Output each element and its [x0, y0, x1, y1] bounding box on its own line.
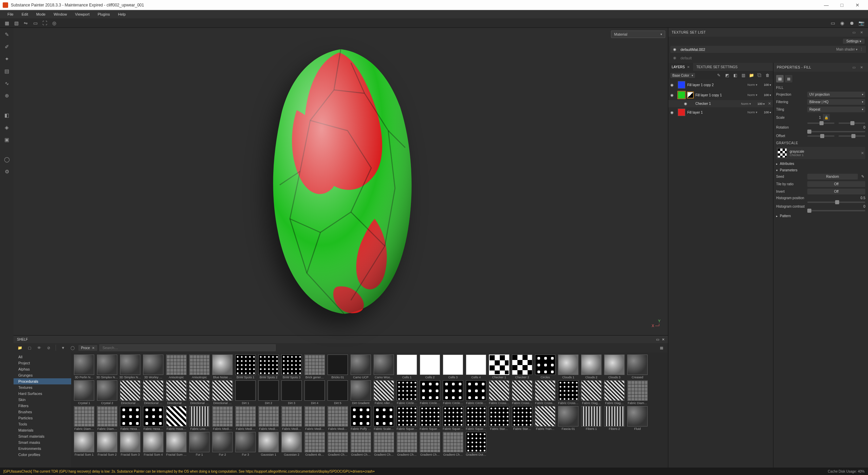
shelf-thumb[interactable]: Fabric Tran…	[534, 406, 556, 431]
shelf-thumb[interactable]: Fabric Aller…	[373, 380, 395, 405]
shelf-close-icon[interactable]: ✕	[662, 338, 665, 341]
shelf-thumb[interactable]: Fabric Cross…	[488, 380, 510, 405]
shelf-thumb[interactable]: Gradient Ch…	[419, 432, 441, 456]
shelf-category-item[interactable]: Grunges	[14, 372, 71, 378]
view-grid-icon[interactable]: ▧	[12, 19, 20, 27]
tilebyratio-toggle[interactable]: Off	[807, 181, 865, 187]
shelf-grid-icon[interactable]: ▦	[658, 344, 665, 352]
pattern-collapse[interactable]: Pattern	[776, 214, 865, 218]
settings-icon[interactable]: ⚙	[2, 167, 12, 176]
eye-icon[interactable]: ◉	[673, 47, 678, 52]
shelf-undock-icon[interactable]: ▭	[656, 338, 659, 341]
shelf-thumb[interactable]: Checker 2	[511, 355, 533, 379]
props-mode-material-icon[interactable]: ▤	[776, 75, 784, 82]
shelf-thumb[interactable]: Fabric Cross…	[534, 380, 556, 405]
tsl-undock-icon[interactable]: ▭	[851, 29, 857, 35]
baking-icon[interactable]: ◎	[50, 19, 58, 27]
rotation-slider[interactable]	[807, 131, 865, 132]
shelf-category-item[interactable]: Procedurals	[14, 378, 71, 384]
layer-item[interactable]: ◉Fill layer 1 copy 1Norm ▾100	[668, 90, 773, 100]
shelf-thumb[interactable]: Gaussian 2	[281, 432, 302, 456]
shelf-thumb[interactable]: Fabric Diam…	[627, 380, 648, 405]
histcon-slider[interactable]	[807, 210, 865, 211]
shelf-thumb[interactable]: Bricks 01	[327, 355, 349, 379]
tab-layers[interactable]: LAYERS✕	[668, 63, 693, 71]
layer-eye-icon[interactable]: ◉	[670, 93, 676, 97]
tab-layers-close-icon[interactable]: ✕	[687, 65, 690, 69]
layer-mask-icon[interactable]	[687, 92, 693, 98]
grayscale-slot[interactable]: grayscale Checker 1 ✕	[776, 147, 865, 159]
parameters-collapse[interactable]: Parameters	[776, 168, 865, 172]
shelf-thumb[interactable]: Fabric Squar…	[442, 406, 464, 431]
layer-eye-icon[interactable]: ◉	[670, 110, 676, 115]
shelf-thumb[interactable]: Directional …	[165, 380, 187, 405]
shelf-filter-icon[interactable]: ▼	[59, 344, 67, 352]
shelf-thumb[interactable]: BnW Spots 1	[235, 355, 256, 379]
shelf-thumb[interactable]: Fabric Hexa…	[119, 406, 141, 431]
menu-help[interactable]: Help	[114, 12, 130, 16]
fit-icon[interactable]: ⛶	[41, 19, 49, 27]
scale-value[interactable]: 1	[807, 116, 821, 119]
histcon-value[interactable]: 0	[852, 205, 865, 208]
scale-x-slider[interactable]	[807, 122, 834, 124]
shelf-thumb[interactable]: Fur 2	[212, 432, 233, 456]
shelf-thumb[interactable]: Fabric Medi…	[258, 406, 279, 431]
shelf-thumb[interactable]: Anisotropic	[189, 355, 210, 379]
layer-folder-icon[interactable]: 📁	[748, 72, 755, 79]
shelf-thumb[interactable]: 3D Perlin N…	[73, 355, 95, 379]
shelf-thumb[interactable]: Fractal Sum 1	[73, 432, 95, 456]
shelf-filter-pill[interactable]: Proce ✕	[78, 345, 97, 351]
shelf-thumb[interactable]: Fabric Hexa…	[142, 406, 164, 431]
layer-swatch-icon[interactable]	[678, 81, 685, 89]
shelf-category-item[interactable]: Alphas	[14, 366, 71, 372]
shelf-folder-icon[interactable]: 📁	[16, 344, 24, 352]
shelf-thumb[interactable]: Directional …	[119, 380, 141, 405]
shelf-thumb[interactable]: Crystal 2	[96, 380, 118, 405]
shelf-thumb[interactable]: Directional …	[212, 380, 233, 405]
viewport-3d[interactable]: Material	[14, 28, 668, 335]
shelf-thumb[interactable]: Fabric Line…	[189, 406, 210, 431]
shelf-thumb[interactable]: Cells 1	[396, 355, 418, 379]
shelf-thumb[interactable]: Dirt 3	[281, 380, 302, 405]
shelf-thumb[interactable]: Cells 3	[442, 355, 464, 379]
props-mode-grayscale-icon[interactable]: ▦	[785, 75, 792, 82]
shelf-thumb[interactable]: Fabric Hous…	[165, 406, 187, 431]
shelf-category-item[interactable]: Materials	[14, 427, 71, 433]
shelf-category-item[interactable]: Environments	[14, 445, 71, 452]
shelf-category-item[interactable]: Skin	[14, 397, 71, 403]
layer-opacity[interactable]: 100	[753, 102, 765, 106]
shelf-thumb[interactable]: Fabric Medi…	[281, 406, 302, 431]
tsl-close-icon[interactable]: ✕	[859, 29, 865, 35]
layer-effect-icon[interactable]: ✎	[715, 72, 722, 79]
shelf-thumb[interactable]: Checker 1	[488, 355, 510, 379]
shelf-thumb[interactable]: BnW Spots 3	[281, 355, 302, 379]
shelf-category-item[interactable]: Hard Surfaces	[14, 391, 71, 397]
shelf-thumb[interactable]: Fabric Diam…	[96, 406, 118, 431]
shelf-thumb[interactable]: Circles	[534, 355, 556, 379]
shelf-thumb[interactable]: 3D Worley …	[142, 355, 164, 379]
shelf-category-item[interactable]: Smart materials	[14, 433, 71, 439]
layer-delete-icon[interactable]: 🗑	[764, 72, 771, 79]
shelf-thumb[interactable]: Fractal Sum 3	[119, 432, 141, 456]
scale-lock-icon[interactable]: 🔒	[823, 114, 830, 121]
grayscale-clear-icon[interactable]: ✕	[861, 151, 864, 155]
shelf-category-item[interactable]: Tools	[14, 421, 71, 427]
shelf-import-icon[interactable]: ▢	[26, 344, 33, 352]
shelf-thumb[interactable]: Fur 3	[235, 432, 256, 456]
attributes-collapse[interactable]: Attributes	[776, 162, 865, 166]
menu-plugins[interactable]: Plugins	[94, 12, 114, 16]
shelf-thumb[interactable]: Anisotropic	[165, 355, 187, 379]
smudge-tool-icon[interactable]: ∿	[2, 79, 12, 88]
layer-item[interactable]: ◉Fill layer 1 copy 2Norm ▾100	[668, 80, 773, 90]
shelf-thumb[interactable]: Dirt 5	[327, 380, 349, 405]
shelf-filter-clear-icon[interactable]: ✕	[92, 346, 95, 350]
channel-dropdown[interactable]: Base Color	[670, 73, 695, 78]
layer-swatch-icon[interactable]	[678, 91, 685, 99]
shelf-thumb[interactable]: Directional …	[142, 380, 164, 405]
props-undock-icon[interactable]: ▭	[851, 64, 857, 70]
texture-set-item[interactable]: ◉defaultMat.002Main shader ▾⋮	[670, 46, 866, 53]
maximize-button[interactable]: □	[834, 0, 850, 10]
shelf-thumb[interactable]: Clouds 1	[557, 355, 579, 379]
histpos-value[interactable]: 0.5	[852, 196, 865, 200]
shelf-thumb[interactable]: Fabric Cross…	[557, 380, 579, 405]
